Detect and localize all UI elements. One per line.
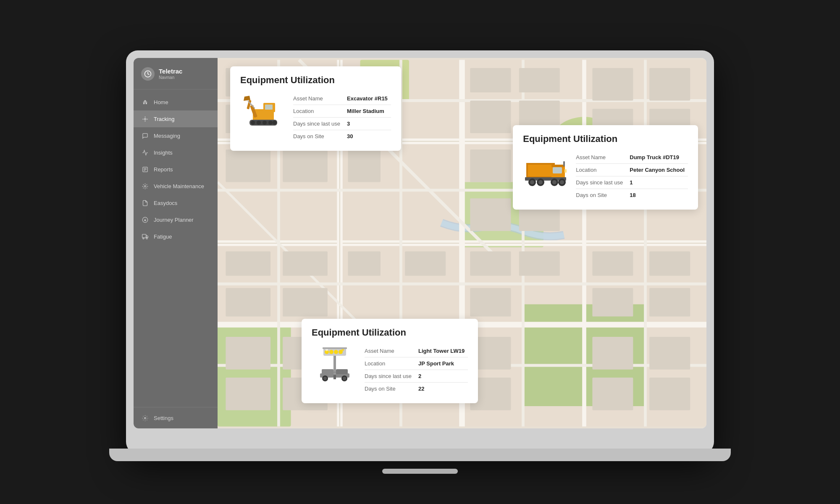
svg-rect-71 xyxy=(226,337,270,370)
card3-days-since-value: 2 xyxy=(418,370,468,383)
journey-planner-icon xyxy=(141,216,149,223)
svg-rect-131 xyxy=(336,369,348,374)
svg-rect-50 xyxy=(470,150,511,182)
home-icon xyxy=(141,98,149,106)
svg-point-90 xyxy=(262,121,267,125)
svg-point-105 xyxy=(530,180,534,184)
laptop-frame: Teletrac Navman Home Tracking xyxy=(126,50,714,454)
svg-rect-77 xyxy=(649,337,690,370)
sidebar-item-home-label: Home xyxy=(154,99,168,105)
card3-row-days-on: Days on Site 22 xyxy=(365,383,468,395)
svg-point-12 xyxy=(144,417,146,419)
svg-rect-61 xyxy=(405,251,446,276)
sidebar-item-tracking[interactable]: Tracking xyxy=(134,110,218,127)
app-name: Teletrac xyxy=(159,68,182,75)
card1-days-since-value: 3 xyxy=(347,118,391,130)
settings-item[interactable]: Settings xyxy=(141,414,210,422)
sidebar-item-insights[interactable]: Insights xyxy=(134,144,218,161)
laptop-screen: Teletrac Navman Home Tracking xyxy=(134,58,706,428)
card2-days-on-label: Days on Site xyxy=(576,189,630,202)
svg-rect-132 xyxy=(333,375,336,379)
sidebar-item-vehicle-maintenance[interactable]: Vehicle Maintenance xyxy=(134,178,218,194)
sidebar-item-home[interactable]: Home xyxy=(134,94,218,110)
svg-rect-129 xyxy=(323,347,347,349)
card3-days-since-label: Days since last use xyxy=(365,370,418,383)
card2-location-label: Location xyxy=(576,164,630,176)
card1-asset-value: Excavator #R15 xyxy=(347,92,391,105)
card2-body: Asset Name Dump Truck #DT19 Location Pet… xyxy=(523,151,688,201)
card3-days-on-label: Days on Site xyxy=(365,383,418,395)
card3-location-value: JP Sport Park xyxy=(418,357,468,370)
svg-point-107 xyxy=(538,180,543,184)
svg-point-10 xyxy=(142,238,144,239)
sidebar-logo: Teletrac Navman xyxy=(134,58,218,89)
card1-body: Asset Name Excavator #R15 Location Mille… xyxy=(240,92,391,142)
svg-point-109 xyxy=(552,180,556,184)
card1-table: Asset Name Excavator #R15 Location Mille… xyxy=(293,92,391,142)
svg-rect-46 xyxy=(470,68,511,92)
svg-rect-81 xyxy=(592,378,633,410)
reports-icon xyxy=(141,165,149,173)
settings-label: Settings xyxy=(154,415,173,421)
sidebar-item-tracking-label: Tracking xyxy=(154,116,174,122)
svg-rect-112 xyxy=(563,161,565,166)
card2-image-truck xyxy=(523,151,569,189)
equipment-card-3: Equipment Utilization xyxy=(302,319,478,403)
svg-rect-54 xyxy=(592,68,633,101)
sidebar-item-messaging[interactable]: Messaging xyxy=(134,127,218,144)
svg-rect-48 xyxy=(470,101,511,134)
card3-row-asset: Asset Name Light Tower LW19 xyxy=(365,345,468,357)
insights-icon xyxy=(141,149,149,156)
sidebar-nav: Home Tracking Messaging xyxy=(134,89,218,407)
svg-point-11 xyxy=(146,238,147,239)
card2-days-since-label: Days since last use xyxy=(576,176,630,189)
sidebar-item-easydocs[interactable]: Easydocs xyxy=(134,194,218,211)
card2-location-value: Peter Canyon School xyxy=(630,164,688,176)
sidebar-item-fatigue-label: Fatigue xyxy=(154,234,172,240)
card3-body: Asset Name Light Tower LW19 Location JP … xyxy=(312,345,468,395)
svg-rect-66 xyxy=(592,251,633,276)
card1-row-asset: Asset Name Excavator #R15 xyxy=(293,92,391,105)
svg-point-6 xyxy=(144,185,146,187)
svg-point-124 xyxy=(329,350,333,354)
sidebar-item-reports[interactable]: Reports xyxy=(134,161,218,178)
svg-point-125 xyxy=(334,350,338,354)
card1-days-on-label: Days on Site xyxy=(293,130,347,143)
svg-point-1 xyxy=(144,118,146,120)
sidebar-item-easydocs-label: Easydocs xyxy=(154,200,177,206)
svg-rect-85 xyxy=(265,105,273,110)
svg-point-89 xyxy=(257,121,261,125)
card2-row-location: Location Peter Canyon School xyxy=(576,164,688,176)
sidebar-item-reports-label: Reports xyxy=(154,166,173,173)
svg-rect-65 xyxy=(519,251,560,276)
sidebar: Teletrac Navman Home Tracking xyxy=(134,58,218,428)
card2-title: Equipment Utilization xyxy=(523,134,688,144)
card2-row-days-since: Days since last use 1 xyxy=(576,176,688,189)
card1-title: Equipment Utilization xyxy=(240,75,391,86)
sidebar-item-journey-planner[interactable]: Journey Planner xyxy=(134,211,218,228)
svg-rect-55 xyxy=(649,68,690,101)
sidebar-item-insights-label: Insights xyxy=(154,150,173,156)
laptop-notch xyxy=(382,469,458,474)
card3-location-label: Location xyxy=(365,357,418,370)
card2-row-asset: Asset Name Dump Truck #DT19 xyxy=(576,151,688,164)
sidebar-item-fatigue[interactable]: Fatigue xyxy=(134,228,218,245)
card1-days-on-value: 30 xyxy=(347,130,391,143)
svg-rect-113 xyxy=(564,169,567,173)
svg-point-118 xyxy=(343,377,346,380)
card1-location-label: Location xyxy=(293,105,347,118)
logo-text-block: Teletrac Navman xyxy=(159,68,182,80)
svg-rect-70 xyxy=(649,288,690,317)
svg-rect-68 xyxy=(470,288,511,317)
svg-rect-119 xyxy=(333,353,336,374)
svg-rect-82 xyxy=(649,378,690,410)
svg-rect-59 xyxy=(283,251,328,276)
card2-asset-value: Dump Truck #DT19 xyxy=(630,151,688,164)
sidebar-bottom: Settings xyxy=(134,407,218,428)
card3-row-location: Location JP Sport Park xyxy=(365,357,468,370)
svg-rect-44 xyxy=(283,150,328,182)
sidebar-item-journey-planner-label: Journey Planner xyxy=(154,217,194,223)
card1-row-days-on: Days on Site 30 xyxy=(293,130,391,143)
main-content: Equipment Utilization xyxy=(218,58,706,428)
svg-point-111 xyxy=(560,180,564,184)
